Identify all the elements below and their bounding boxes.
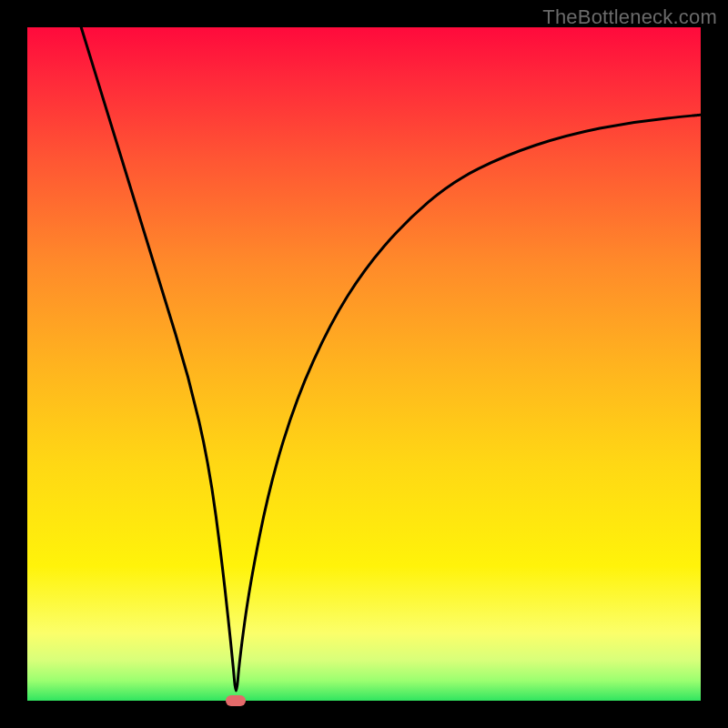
curve-path [81,27,701,691]
optimum-marker [226,695,246,706]
watermark-text: TheBottleneck.com [542,5,717,29]
bottleneck-curve [27,27,701,701]
chart-frame: TheBottleneck.com [0,0,728,728]
plot-area [27,27,701,701]
